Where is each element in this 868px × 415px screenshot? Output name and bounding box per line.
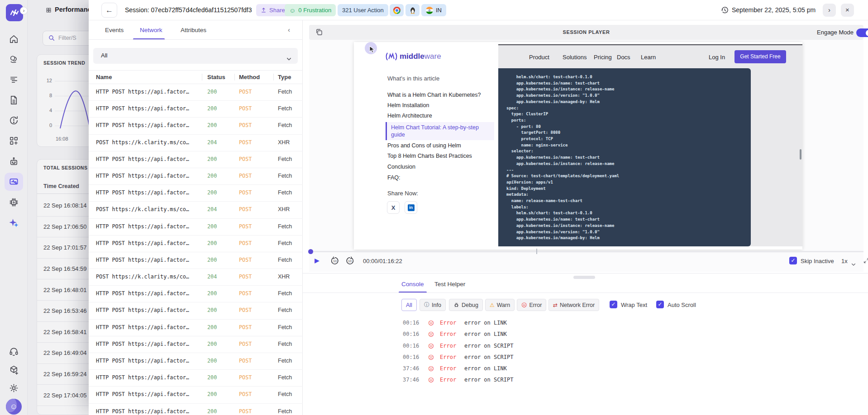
toc-item[interactable]: Helm Installation: [387, 102, 429, 108]
filter-network-error[interactable]: ⇄Network Error: [548, 299, 599, 311]
integrations-icon[interactable]: [9, 136, 19, 146]
network-row[interactable]: HTTP POST https://api.factor…200POSTFetc…: [89, 185, 303, 202]
network-row[interactable]: HTTP POST https://api.factor…200POSTFetc…: [89, 219, 303, 236]
tab-test-helper[interactable]: Test Helper: [434, 281, 465, 288]
billing-icon[interactable]: [9, 54, 19, 65]
filter-error[interactable]: ☹Error: [517, 299, 546, 311]
toc-item[interactable]: Helm Architecture: [387, 113, 432, 119]
console-drag-handle[interactable]: [573, 276, 595, 279]
user-avatar[interactable]: ☺: [6, 399, 22, 415]
login-link[interactable]: Log In: [709, 54, 725, 61]
network-row[interactable]: POST https://k.clarity.ms/co…204POSTXHR: [89, 269, 303, 286]
tab-attributes[interactable]: Attributes: [181, 27, 206, 33]
tab-network[interactable]: Network: [140, 27, 162, 33]
ai-sparkle-icon[interactable]: [9, 217, 19, 228]
toc-item[interactable]: Conclusion: [387, 164, 415, 170]
network-row[interactable]: HTTP POST https://api.factor…200POSTFetc…: [89, 336, 303, 353]
get-started-button[interactable]: Get Started Free: [734, 50, 786, 63]
filter-warn[interactable]: ⚠Warn: [485, 299, 515, 311]
console-log-row[interactable]: 37:46☹Errorerror on SCRIPT: [303, 375, 868, 386]
next-session-button[interactable]: ›: [823, 4, 836, 17]
request-type-dropdown[interactable]: All: [93, 48, 298, 64]
log-level: Error: [440, 343, 456, 349]
nav-docs[interactable]: Docs: [617, 54, 630, 61]
network-row[interactable]: HTTP POST https://api.factor…200POSTFetc…: [89, 236, 303, 252]
network-row[interactable]: HTTP POST https://api.factor…200POSTFetc…: [89, 370, 303, 387]
toc-item[interactable]: Top 8 Helm Charts Best Practices: [387, 153, 472, 159]
bot-icon[interactable]: [9, 156, 19, 167]
auto-scroll-checkbox[interactable]: ✓: [656, 301, 664, 308]
network-row[interactable]: HTTP POST https://api.factor…200POSTFetc…: [89, 84, 303, 101]
share-linkedin-button[interactable]: in: [405, 201, 417, 214]
tab-events[interactable]: Events: [105, 27, 124, 33]
back-button[interactable]: ←: [101, 3, 117, 18]
request-status: 200: [207, 374, 217, 381]
filter-all[interactable]: All: [401, 299, 417, 311]
wrap-text-checkbox[interactable]: ✓: [610, 301, 617, 308]
support-icon[interactable]: [9, 346, 19, 357]
nav-learn[interactable]: Learn: [641, 54, 656, 61]
nav-product[interactable]: Product: [529, 54, 549, 61]
network-row[interactable]: HTTP POST https://api.factor…200POSTFetc…: [89, 151, 303, 168]
request-type: XHR: [278, 139, 290, 146]
network-row[interactable]: HTTP POST https://api.factor…200POSTFetc…: [89, 286, 303, 302]
nav-solutions[interactable]: Solutions: [563, 54, 587, 61]
request-type: Fetch: [278, 189, 292, 196]
speed-chevron-icon[interactable]: [851, 260, 856, 263]
nav-pricing[interactable]: Pricing: [594, 54, 612, 61]
network-row[interactable]: HTTP POST https://api.factor…200POSTFetc…: [89, 320, 303, 336]
alerts-icon[interactable]: [9, 115, 19, 126]
toc-item[interactable]: FAQ:: [387, 174, 400, 181]
skip-inactive-checkbox[interactable]: ✓: [789, 257, 797, 264]
toc-item[interactable]: Pros and Cons of using Helm: [387, 142, 461, 149]
network-row[interactable]: HTTP POST https://api.factor…200POSTFetc…: [89, 101, 303, 118]
collapse-panel-button[interactable]: ‹: [288, 26, 290, 33]
console-log-row[interactable]: 00:16☹Errorerror on SCRIPT: [303, 352, 868, 363]
reports-icon[interactable]: [9, 95, 19, 105]
infrastructure-icon[interactable]: [9, 197, 19, 208]
network-row[interactable]: POST https://k.clarity.ms/co…204POSTXHR: [89, 202, 303, 218]
toc-item[interactable]: What is a Helm Chart in Kubernetes?: [387, 92, 481, 98]
network-row[interactable]: HTTP POST https://api.factor…200POSTFetc…: [89, 302, 303, 319]
skip-back-10-button[interactable]: 10: [330, 256, 339, 265]
share-x-button[interactable]: X: [387, 201, 400, 214]
play-button[interactable]: ▶: [315, 257, 320, 264]
smiley-icon: ☺: [289, 7, 296, 14]
network-row[interactable]: HTTP POST https://api.factor…200POSTFetc…: [89, 118, 303, 134]
fullscreen-icon[interactable]: [863, 257, 868, 264]
site-logo[interactable]: middleware: [386, 52, 441, 61]
session-replay-icon[interactable]: [9, 177, 19, 187]
timeline-progress-handle[interactable]: [308, 249, 313, 254]
expand-sidebar-button[interactable]: ›: [20, 7, 28, 14]
network-row[interactable]: HTTP POST https://api.factor…200POSTFetc…: [89, 387, 303, 403]
session-history-icon[interactable]: [720, 6, 729, 14]
request-method: POST: [239, 156, 252, 162]
console-log-row[interactable]: 37:46☹Errorerror on LINK: [303, 363, 868, 375]
code-block: helm.sh/chart: test-chart-0.1.0 app.kube…: [498, 68, 751, 246]
skip-forward-10-button[interactable]: 10: [345, 256, 354, 265]
filter-debug[interactable]: Debug: [449, 299, 483, 311]
request-name: HTTP POST https://api.factor…: [96, 341, 199, 347]
previous-session-button[interactable]: ‹: [808, 5, 811, 14]
console-log-row[interactable]: 00:16☹Errorerror on LINK: [303, 329, 868, 340]
console-log-row[interactable]: 00:16☹Errorerror on LINK: [303, 318, 868, 329]
tab-console[interactable]: Console: [401, 281, 424, 288]
install-icon[interactable]: [9, 365, 19, 375]
network-row[interactable]: HTTP POST https://api.factor…200POSTFetc…: [89, 168, 303, 185]
request-status: 200: [207, 89, 217, 95]
network-row[interactable]: HTTP POST https://api.factor…200POSTFetc…: [89, 353, 303, 370]
timeline-track[interactable]: [309, 251, 863, 252]
network-row[interactable]: HTTP POST https://api.factor…200POSTFetc…: [89, 404, 303, 415]
playback-speed[interactable]: 1x: [841, 258, 848, 264]
logs-icon[interactable]: [9, 75, 19, 85]
engage-mode-toggle[interactable]: [856, 28, 868, 37]
close-button[interactable]: ×: [841, 4, 854, 17]
home-icon[interactable]: [9, 34, 19, 44]
filter-info[interactable]: ⓘInfo: [420, 299, 446, 311]
settings-icon[interactable]: [9, 383, 19, 393]
network-row[interactable]: POST https://k.clarity.ms/co…204POSTXHR: [89, 135, 303, 151]
toc-item-active[interactable]: Helm Chart Tutorial: A step-by-step guid…: [386, 122, 494, 140]
console-log-row[interactable]: 00:16☹Errorerror on SCRIPT: [303, 341, 868, 352]
network-row[interactable]: HTTP POST https://api.factor…200POSTFetc…: [89, 252, 303, 269]
site-scrollbar-thumb[interactable]: [800, 149, 801, 160]
